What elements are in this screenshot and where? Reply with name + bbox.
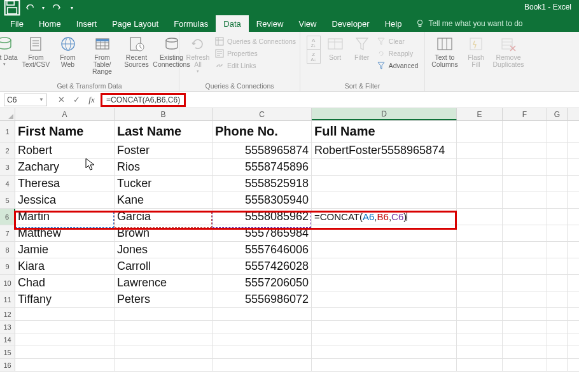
refresh-all-button[interactable]: Refresh All▾ xyxy=(183,34,213,73)
tab-insert[interactable]: Insert xyxy=(69,15,105,32)
cell-d5[interactable] xyxy=(312,192,457,208)
cell-d6[interactable]: =CONCAT(A6,B6,C6) xyxy=(312,209,457,225)
cell-a6[interactable]: Martin xyxy=(15,209,115,225)
cell-b5[interactable]: Kane xyxy=(115,192,213,208)
cell-c7[interactable]: 5557865984 xyxy=(213,225,312,241)
cell-a2[interactable]: Robert xyxy=(15,143,115,158)
sort-asc-button[interactable]: AZ↓ xyxy=(307,36,321,50)
cell-d4[interactable] xyxy=(312,176,457,192)
cell-g8[interactable] xyxy=(547,242,568,258)
cell-a15[interactable] xyxy=(15,346,115,358)
cell-f15[interactable] xyxy=(503,346,547,358)
flash-fill-button[interactable]: Flash Fill xyxy=(463,34,489,68)
tab-data[interactable]: Data xyxy=(216,15,248,32)
cell-d3[interactable] xyxy=(312,159,457,175)
cell-e3[interactable] xyxy=(457,159,503,175)
cell-a10[interactable]: Chad xyxy=(15,275,115,291)
col-header-d[interactable]: D xyxy=(312,108,457,120)
redo-button[interactable] xyxy=(48,1,65,14)
row-header-3[interactable]: 3 xyxy=(0,159,15,175)
row-header-9[interactable]: 9 xyxy=(0,258,15,274)
cell-f9[interactable] xyxy=(503,258,547,274)
from-textcsv-button[interactable]: From Text/CSV xyxy=(22,34,51,68)
cell-b9[interactable]: Carroll xyxy=(115,258,213,274)
cell-g16[interactable] xyxy=(547,359,568,371)
cell-g13[interactable] xyxy=(547,321,568,333)
col-header-e[interactable]: E xyxy=(457,108,503,120)
cell-g15[interactable] xyxy=(547,346,568,358)
cell-a16[interactable] xyxy=(15,359,115,371)
cell-c14[interactable] xyxy=(213,333,312,346)
cell-a14[interactable] xyxy=(15,333,115,346)
from-web-button[interactable]: From Web xyxy=(53,34,83,68)
cell-a3[interactable]: Zachary xyxy=(15,159,115,175)
cell-c2[interactable]: 5558965874 xyxy=(213,143,312,158)
cell-b2[interactable]: Foster xyxy=(115,143,213,158)
col-header-f[interactable]: F xyxy=(503,108,547,120)
cell-e4[interactable] xyxy=(457,176,503,192)
cell-e2[interactable] xyxy=(457,143,503,158)
row-header-13[interactable]: 13 xyxy=(0,321,15,333)
cell-e7[interactable] xyxy=(457,225,503,241)
cell-c12[interactable] xyxy=(213,308,312,320)
cell-d2[interactable]: RobertFoster5558965874 xyxy=(312,143,457,158)
cell-e10[interactable] xyxy=(457,275,503,291)
cell-b10[interactable]: Lawrence xyxy=(115,275,213,291)
cell-g1[interactable] xyxy=(547,121,568,142)
cell-b14[interactable] xyxy=(115,333,213,346)
cell-d12[interactable] xyxy=(312,308,457,320)
cell-b6[interactable]: Garcia xyxy=(115,209,213,225)
get-data-button[interactable]: Get Data▾ xyxy=(0,34,19,66)
cell-f1[interactable] xyxy=(503,121,547,142)
cell-b7[interactable]: Brown xyxy=(115,225,213,241)
cell-a11[interactable]: Tiffany xyxy=(15,291,115,307)
cell-f6[interactable] xyxy=(503,209,547,225)
cell-d1[interactable]: Full Name xyxy=(312,121,457,142)
col-header-b[interactable]: B xyxy=(115,108,213,120)
text-to-columns-button[interactable]: Text to Columns xyxy=(429,34,461,68)
cell-a13[interactable] xyxy=(15,321,115,333)
cell-c11[interactable]: 5556986072 xyxy=(213,291,312,307)
tell-me-search[interactable]: Tell me what you want to do xyxy=(409,15,522,32)
cell-e5[interactable] xyxy=(457,192,503,208)
row-header-14[interactable]: 14 xyxy=(0,333,15,346)
cell-e13[interactable] xyxy=(457,321,503,333)
filter-button[interactable]: Filter xyxy=(350,34,374,61)
cell-f3[interactable] xyxy=(503,159,547,175)
cell-d11[interactable] xyxy=(312,291,457,307)
undo-button[interactable] xyxy=(22,1,38,14)
cell-d13[interactable] xyxy=(312,321,457,333)
cell-c13[interactable] xyxy=(213,321,312,333)
properties-item[interactable]: Properties xyxy=(215,48,296,59)
cell-c4[interactable]: 5558525918 xyxy=(213,176,312,192)
row-header-7[interactable]: 7 xyxy=(0,225,15,241)
cell-b11[interactable]: Peters xyxy=(115,291,213,307)
cell-c1[interactable]: Phone No. xyxy=(213,121,312,142)
row-header-6[interactable]: 6 xyxy=(0,209,15,225)
cell-g12[interactable] xyxy=(547,308,568,320)
tab-home[interactable]: Home xyxy=(31,15,69,32)
sort-desc-button[interactable]: ZA↓ xyxy=(307,50,321,64)
cell-f4[interactable] xyxy=(503,176,547,192)
worksheet-grid[interactable]: A B C D E F G 1 First Name Last Name Pho… xyxy=(0,108,579,372)
tab-page-layout[interactable]: Page Layout xyxy=(104,15,166,32)
cell-c8[interactable]: 5557646006 xyxy=(213,242,312,258)
cell-f8[interactable] xyxy=(503,242,547,258)
cell-d14[interactable] xyxy=(312,333,457,346)
cell-e9[interactable] xyxy=(457,258,503,274)
cell-a1[interactable]: First Name xyxy=(15,121,115,142)
cell-e14[interactable] xyxy=(457,333,503,346)
row-header-16[interactable]: 16 xyxy=(0,359,15,371)
queries-connections-item[interactable]: Queries & Connections xyxy=(215,36,296,47)
cell-d10[interactable] xyxy=(312,275,457,291)
col-header-g[interactable]: G xyxy=(547,108,568,120)
cell-c16[interactable] xyxy=(213,359,312,371)
insert-function-button[interactable]: fx xyxy=(84,94,99,106)
remove-duplicates-button[interactable]: Remove Duplicates xyxy=(491,34,526,68)
cell-g9[interactable] xyxy=(547,258,568,274)
cell-a12[interactable] xyxy=(15,308,115,320)
cell-a4[interactable]: Theresa xyxy=(15,176,115,192)
cell-b8[interactable]: Jones xyxy=(115,242,213,258)
cell-e6[interactable] xyxy=(457,209,503,225)
name-box[interactable]: C6 ▼ xyxy=(4,94,47,106)
